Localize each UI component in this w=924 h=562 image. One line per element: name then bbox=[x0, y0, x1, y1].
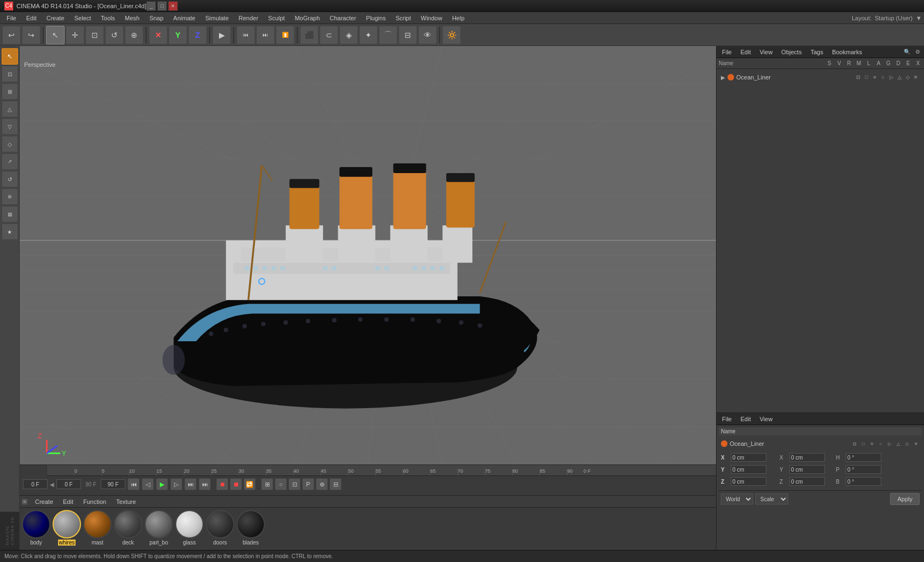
tool-10[interactable]: ★ bbox=[2, 223, 18, 240]
anim-1-button[interactable]: ⏮ bbox=[236, 26, 255, 44]
z-position-input[interactable] bbox=[731, 477, 766, 486]
maximize-button[interactable]: □ bbox=[157, 1, 167, 11]
attr-icon-7[interactable]: ◇ bbox=[903, 440, 911, 448]
anim-3-button[interactable]: ⏫ bbox=[276, 26, 294, 44]
tool-3[interactable]: △ bbox=[2, 101, 18, 117]
minimize-button[interactable]: _ bbox=[146, 1, 156, 11]
obj-bookmarks[interactable]: Bookmarks bbox=[829, 48, 865, 56]
mat-edit[interactable]: Edit bbox=[59, 497, 78, 506]
obj-icon-7[interactable]: ◇ bbox=[904, 73, 911, 81]
h-rot-input[interactable] bbox=[846, 453, 881, 462]
rotate-tool-button[interactable]: ↺ bbox=[105, 26, 124, 44]
obj-tags[interactable]: Tags bbox=[807, 48, 827, 56]
redo-button[interactable]: ↪ bbox=[22, 26, 41, 44]
menu-sculpt[interactable]: Sculpt bbox=[264, 14, 290, 22]
tl-btn-4[interactable]: P bbox=[302, 478, 314, 490]
tl-btn-3[interactable]: ⊡ bbox=[288, 478, 301, 490]
material-doors[interactable]: doors bbox=[206, 510, 234, 546]
mat-texture[interactable]: Texture bbox=[112, 497, 140, 506]
x-size-input[interactable] bbox=[789, 453, 825, 462]
object-button[interactable]: ◈ bbox=[339, 26, 358, 44]
mat-function[interactable]: Function bbox=[79, 497, 111, 506]
attr-icon-1[interactable]: ⊡ bbox=[851, 440, 858, 448]
material-body[interactable]: body bbox=[22, 510, 50, 546]
record-button[interactable]: ▶ bbox=[212, 26, 231, 44]
obj-file[interactable]: File bbox=[719, 48, 735, 56]
material-blades[interactable]: blades bbox=[236, 510, 265, 546]
title-bar-controls[interactable]: _ □ ✕ bbox=[146, 1, 178, 11]
select-rect-left[interactable]: ⊡ bbox=[2, 66, 18, 82]
cube-button[interactable]: ⬛ bbox=[300, 26, 319, 44]
attr-icon-6[interactable]: △ bbox=[894, 440, 902, 448]
x-axis-button[interactable]: ✕ bbox=[149, 26, 168, 44]
obj-objects[interactable]: Objects bbox=[778, 48, 805, 56]
select-tool-button[interactable]: ↖ bbox=[46, 26, 65, 44]
attr-icon-2[interactable]: □ bbox=[859, 440, 867, 448]
move-tool-button[interactable]: ✛ bbox=[66, 26, 84, 44]
attr-icon-8[interactable]: ✕ bbox=[912, 440, 920, 448]
material-whires[interactable]: whires bbox=[53, 510, 81, 546]
y-position-input[interactable] bbox=[731, 465, 766, 474]
deformer-button[interactable]: ✦ bbox=[359, 26, 378, 44]
obj-icon-5[interactable]: ▷ bbox=[887, 73, 895, 81]
attr-view[interactable]: View bbox=[756, 415, 776, 423]
b-rot-input[interactable] bbox=[846, 477, 881, 486]
obj-edit[interactable]: Edit bbox=[737, 48, 754, 56]
scale-tool-button[interactable]: ⊡ bbox=[85, 26, 104, 44]
tl-btn-6[interactable]: ⊟ bbox=[330, 478, 342, 490]
material-glass[interactable]: glass bbox=[175, 510, 204, 546]
close-button[interactable]: ✕ bbox=[168, 1, 178, 11]
attr-icon-3[interactable]: ≡ bbox=[868, 440, 876, 448]
obj-icon-8[interactable]: ✕ bbox=[912, 73, 920, 81]
obj-icon-4[interactable]: ○ bbox=[879, 73, 887, 81]
menu-animate[interactable]: Animate bbox=[169, 14, 200, 22]
material-deck[interactable]: deck bbox=[114, 510, 142, 546]
step-back-button[interactable]: ◁ bbox=[142, 478, 154, 490]
tool-8[interactable]: ⊛ bbox=[2, 188, 18, 205]
go-end-button[interactable]: ⏭ bbox=[184, 478, 197, 490]
x-position-input[interactable] bbox=[731, 453, 766, 462]
y-axis-button[interactable]: Y bbox=[169, 26, 187, 44]
obj-icon-1[interactable]: ⊡ bbox=[854, 73, 862, 81]
start-frame-input[interactable] bbox=[56, 479, 81, 489]
loop-button[interactable]: 🔁 bbox=[244, 478, 256, 490]
menu-render[interactable]: Render bbox=[234, 14, 263, 22]
tool-7[interactable]: ↺ bbox=[2, 171, 18, 187]
stop-button[interactable]: ⏹ bbox=[230, 478, 242, 490]
attr-file[interactable]: File bbox=[719, 415, 735, 423]
tl-btn-1[interactable]: ⊞ bbox=[261, 478, 273, 490]
go-last-key-button[interactable]: ⏭ bbox=[199, 478, 211, 490]
tl-btn-2[interactable]: ○ bbox=[275, 478, 287, 490]
world-local-select[interactable]: World Local Object bbox=[721, 494, 753, 504]
anim-2-button[interactable]: ⏭ bbox=[256, 26, 275, 44]
current-frame-input[interactable] bbox=[23, 479, 48, 489]
attr-icon-4[interactable]: ○ bbox=[877, 440, 885, 448]
menu-plugins[interactable]: Plugins bbox=[362, 14, 390, 22]
y-size-input[interactable] bbox=[789, 465, 825, 474]
render-preview-button[interactable]: 🔆 bbox=[442, 26, 461, 44]
obj-settings-icon[interactable]: ⚙ bbox=[913, 48, 922, 56]
select-poly-left[interactable]: ⊞ bbox=[2, 83, 18, 100]
move-tool-left[interactable]: ↖ bbox=[2, 48, 18, 65]
menu-character[interactable]: Character bbox=[325, 14, 360, 22]
menu-file[interactable]: File bbox=[2, 14, 21, 22]
menu-snap[interactable]: Snap bbox=[145, 14, 168, 22]
apply-button[interactable]: Apply bbox=[890, 493, 920, 505]
obj-icon-3[interactable]: ≡ bbox=[871, 73, 879, 81]
menu-script[interactable]: Script bbox=[391, 14, 415, 22]
p-rot-input[interactable] bbox=[846, 465, 881, 474]
tool-5[interactable]: ◇ bbox=[2, 136, 18, 152]
end-frame-input[interactable] bbox=[101, 479, 125, 489]
tool-4[interactable]: ▽ bbox=[2, 118, 18, 135]
menu-edit[interactable]: Edit bbox=[22, 14, 41, 22]
menu-create[interactable]: Create bbox=[42, 14, 69, 22]
obj-search-icon[interactable]: 🔍 bbox=[903, 48, 911, 56]
obj-icon-6[interactable]: △ bbox=[896, 73, 903, 81]
obj-expand-icon[interactable]: ▶ bbox=[721, 74, 725, 81]
attr-icon-5[interactable]: ▷ bbox=[886, 440, 893, 448]
tool-9[interactable]: ⊠ bbox=[2, 206, 18, 222]
menu-mograph[interactable]: MoGraph bbox=[290, 14, 324, 22]
z-size-input[interactable] bbox=[789, 477, 825, 486]
obj-icon-2[interactable]: □ bbox=[863, 73, 870, 81]
material-mast[interactable]: mast bbox=[83, 510, 112, 546]
